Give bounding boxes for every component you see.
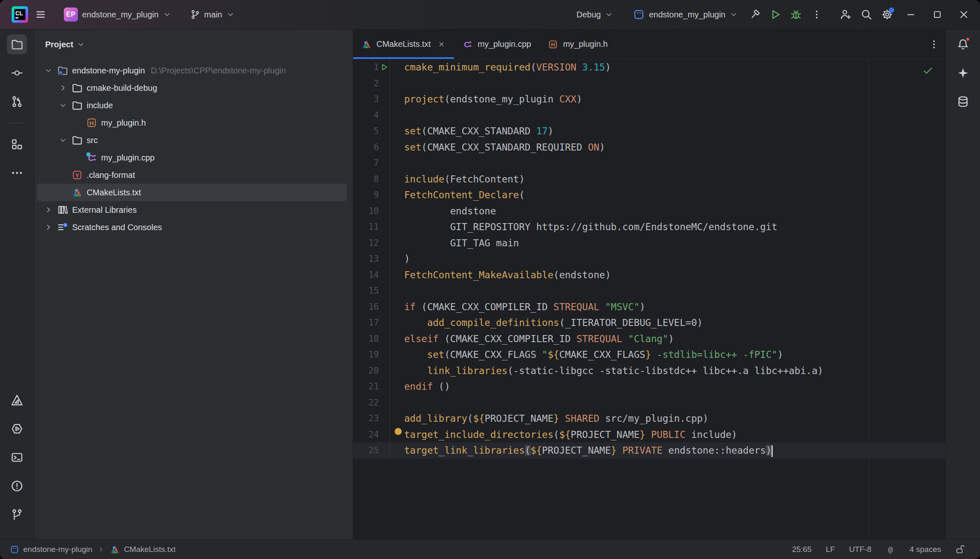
code-text[interactable]: GIT_REPOSITORY https://github.com/Endsto… <box>390 219 777 235</box>
run-button[interactable] <box>766 5 784 24</box>
tree-chevron-right-icon[interactable] <box>59 84 72 92</box>
editor-tab-CMakeLists.txt[interactable]: CMakeLists.txt <box>353 29 454 59</box>
more-actions-button[interactable] <box>808 5 826 24</box>
code-text[interactable] <box>390 107 404 124</box>
code-line-13[interactable]: 13) <box>353 251 946 267</box>
code-text[interactable]: add_library(${PROJECT_NAME} SHARED src/m… <box>390 411 708 427</box>
code-editor[interactable]: 1cmake_minimum_required(VERSION 3.15)23p… <box>353 59 946 539</box>
line-separator[interactable]: LF <box>826 545 835 554</box>
code-text[interactable]: add_compile_definitions(_ITERATOR_DEBUG_… <box>390 315 703 331</box>
code-line-1[interactable]: 1cmake_minimum_required(VERSION 3.15) <box>353 59 946 75</box>
code-with-me-button[interactable] <box>837 5 855 24</box>
tab-close-button[interactable] <box>437 40 446 49</box>
code-line-14[interactable]: 14FetchContent_MakeAvailable(endstone) <box>353 267 946 283</box>
code-line-17[interactable]: 17 add_compile_definitions(_ITERATOR_DEB… <box>353 315 946 331</box>
line-number[interactable]: 14 <box>353 267 379 283</box>
line-number[interactable]: 6 <box>353 139 379 156</box>
tree-item-.clang-format[interactable]: .clang-format <box>37 166 347 184</box>
tree-item-my_plugin.cpp[interactable]: my_plugin.cpp <box>37 149 347 166</box>
code-line-6[interactable]: 6set(CMAKE_CXX_STANDARD_REQUIRED ON) <box>353 139 946 156</box>
project-selector[interactable]: EP endstone_my_plugin <box>59 4 176 25</box>
tool-window-button-cmake[interactable] <box>7 390 27 410</box>
code-text[interactable] <box>390 75 404 92</box>
search-everywhere-button[interactable] <box>857 5 876 24</box>
tool-window-button-terminal[interactable] <box>7 447 27 467</box>
code-text[interactable]: FetchContent_Declare( <box>390 187 525 203</box>
line-number[interactable]: 8 <box>353 171 379 187</box>
code-line-10[interactable]: 10 endstone <box>353 203 946 219</box>
code-text[interactable]: set(CMAKE_CXX_STANDARD_REQUIRED ON) <box>390 139 605 156</box>
tool-window-button-problems[interactable] <box>7 476 27 496</box>
file-encoding[interactable]: UTF-8 <box>849 545 871 554</box>
code-text[interactable]: set(CMAKE_CXX_FLAGS "${CMAKE_CXX_FLAGS} … <box>390 347 783 363</box>
line-number[interactable]: 2 <box>353 75 379 92</box>
line-number[interactable]: 4 <box>353 107 379 124</box>
line-number[interactable]: 9 <box>353 187 379 203</box>
tool-window-button-structure[interactable] <box>7 134 27 154</box>
tool-window-button-notifications[interactable] <box>953 34 973 54</box>
tree-item-External Libraries[interactable]: External Libraries <box>37 201 347 219</box>
build-button[interactable] <box>745 5 764 24</box>
tree-item-include[interactable]: include <box>37 97 347 114</box>
tool-window-button-pull-requests[interactable] <box>7 92 27 112</box>
tree-item-src[interactable]: src <box>37 131 347 149</box>
branch-selector[interactable]: main <box>185 6 240 23</box>
code-text[interactable]: FetchContent_MakeAvailable(endstone) <box>390 267 611 283</box>
code-line-7[interactable]: 7 <box>353 155 946 171</box>
code-line-16[interactable]: 16if (CMAKE_CXX_COMPILER_ID STREQUAL "MS… <box>353 299 946 315</box>
code-line-3[interactable]: 3project(endstone_my_plugin CXX) <box>353 91 946 107</box>
code-text[interactable]: project(endstone_my_plugin CXX) <box>390 91 582 107</box>
line-number[interactable]: 5 <box>353 123 379 139</box>
tree-chevron-down-icon[interactable] <box>59 136 72 144</box>
line-number[interactable]: 3 <box>353 91 379 107</box>
tree-chevron-down-icon[interactable] <box>59 101 72 109</box>
editor-tab-my_plugin.h[interactable]: my_plugin.h <box>540 29 616 59</box>
line-number[interactable]: 16 <box>353 299 379 315</box>
line-number[interactable]: 21 <box>353 379 379 395</box>
settings-button[interactable] <box>878 5 896 24</box>
line-number[interactable]: 10 <box>353 203 379 219</box>
minimize-button[interactable] <box>899 4 923 25</box>
code-text[interactable]: include(FetchContent) <box>390 171 525 187</box>
code-text[interactable]: link_libraries(-static-libgcc -static-li… <box>390 363 823 379</box>
code-text[interactable] <box>390 283 404 299</box>
code-line-25[interactable]: 25target_link_libraries(${PROJECT_NAME} … <box>353 442 946 459</box>
tool-window-button-commit[interactable] <box>7 63 27 83</box>
code-line-23[interactable]: 23add_library(${PROJECT_NAME} SHARED src… <box>353 411 946 427</box>
code-text[interactable]: endif () <box>390 379 450 395</box>
tool-window-button-project[interactable] <box>7 34 27 54</box>
indent-setting[interactable]: 4 spaces <box>910 545 941 554</box>
tree-item-Scratches and Consoles[interactable]: Scratches and Consoles <box>37 219 347 236</box>
code-line-8[interactable]: 8include(FetchContent) <box>353 171 946 187</box>
build-mode-selector[interactable]: Debug <box>571 7 618 23</box>
code-text[interactable]: target_include_directories(${PROJECT_NAM… <box>390 427 737 443</box>
code-line-12[interactable]: 12 GIT_TAG main <box>353 235 946 251</box>
breadcrumb-project[interactable]: endstone-my-plugin <box>10 545 92 554</box>
line-number[interactable]: 1 <box>353 59 379 75</box>
caret-position[interactable]: 25:65 <box>792 545 812 554</box>
tree-chevron-right-icon[interactable] <box>44 206 57 214</box>
run-line-icon[interactable] <box>379 59 390 75</box>
maximize-button[interactable] <box>925 4 949 25</box>
code-line-4[interactable]: 4 <box>353 107 946 124</box>
main-menu-button[interactable] <box>32 5 50 24</box>
close-button[interactable] <box>952 4 976 25</box>
breadcrumb-file[interactable]: CMakeLists.txt <box>110 544 176 554</box>
line-number[interactable]: 24 <box>353 427 379 443</box>
line-number[interactable]: 13 <box>353 251 379 267</box>
line-number[interactable]: 12 <box>353 235 379 251</box>
line-number[interactable]: 15 <box>353 283 379 299</box>
code-line-24[interactable]: 24target_include_directories(${PROJECT_N… <box>353 427 946 443</box>
code-text[interactable]: cmake_minimum_required(VERSION 3.15) <box>390 59 611 75</box>
code-line-5[interactable]: 5set(CMAKE_CXX_STANDARD 17) <box>353 123 946 139</box>
tree-item-cmake-build-debug[interactable]: cmake-build-debug <box>37 79 347 97</box>
tree-item-my_plugin.h[interactable]: my_plugin.h <box>37 114 347 131</box>
code-line-20[interactable]: 20 link_libraries(-static-libgcc -static… <box>353 363 946 379</box>
line-number[interactable]: 25 <box>353 442 379 459</box>
code-line-21[interactable]: 21endif () <box>353 379 946 395</box>
code-line-9[interactable]: 9FetchContent_Declare( <box>353 187 946 203</box>
line-number[interactable]: 18 <box>353 331 379 347</box>
chevron-down-icon[interactable] <box>77 40 85 49</box>
code-line-11[interactable]: 11 GIT_REPOSITORY https://github.com/End… <box>353 219 946 235</box>
code-line-19[interactable]: 19 set(CMAKE_CXX_FLAGS "${CMAKE_CXX_FLAG… <box>353 347 946 363</box>
